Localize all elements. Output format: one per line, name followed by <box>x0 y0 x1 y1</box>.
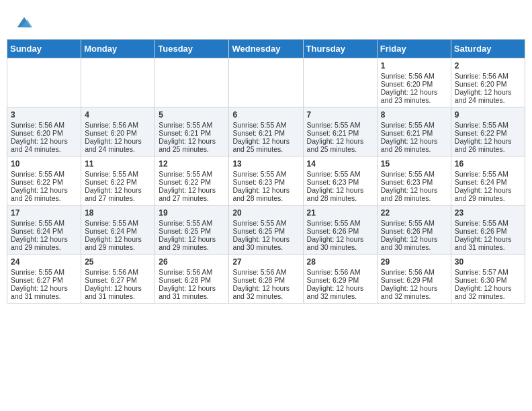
col-header-saturday: Saturday <box>451 40 525 58</box>
page-header <box>7 7 525 36</box>
day-number: 10 <box>11 159 77 169</box>
calendar-cell <box>155 58 229 107</box>
day-number: 19 <box>159 208 225 218</box>
calendar-cell: 28Sunrise: 5:56 AMSunset: 6:29 PMDayligh… <box>303 255 377 304</box>
daylight-text: Daylight: 12 hours and 30 minutes. <box>307 235 373 251</box>
day-number: 28 <box>307 257 373 267</box>
sunset-text: Sunset: 6:27 PM <box>11 276 77 284</box>
daylight-text: Daylight: 12 hours and 30 minutes. <box>381 235 447 251</box>
sunrise-text: Sunrise: 5:57 AM <box>455 268 521 276</box>
day-number: 22 <box>381 208 447 218</box>
sunrise-text: Sunrise: 5:56 AM <box>232 268 299 276</box>
sunrise-text: Sunrise: 5:55 AM <box>381 219 447 227</box>
daylight-text: Daylight: 12 hours and 28 minutes. <box>307 186 373 202</box>
sunset-text: Sunset: 6:23 PM <box>381 178 447 186</box>
calendar-cell: 9Sunrise: 5:55 AMSunset: 6:22 PMDaylight… <box>451 107 525 156</box>
sunset-text: Sunset: 6:28 PM <box>232 276 299 284</box>
daylight-text: Daylight: 12 hours and 28 minutes. <box>232 186 299 202</box>
sunrise-text: Sunrise: 5:56 AM <box>11 121 77 129</box>
sunset-text: Sunset: 6:22 PM <box>159 178 225 186</box>
sunrise-text: Sunrise: 5:55 AM <box>307 121 373 129</box>
daylight-text: Daylight: 12 hours and 32 minutes. <box>455 284 521 300</box>
calendar-cell: 1Sunrise: 5:56 AMSunset: 6:20 PMDaylight… <box>377 58 451 107</box>
sunset-text: Sunset: 6:25 PM <box>159 227 225 235</box>
sunset-text: Sunset: 6:24 PM <box>11 227 77 235</box>
logo <box>13 13 34 32</box>
calendar-header-row: SundayMondayTuesdayWednesdayThursdayFrid… <box>7 40 525 58</box>
calendar-cell: 10Sunrise: 5:55 AMSunset: 6:22 PMDayligh… <box>7 156 81 205</box>
calendar-cell <box>229 58 303 107</box>
calendar-cell: 21Sunrise: 5:55 AMSunset: 6:26 PMDayligh… <box>303 205 377 255</box>
calendar-cell: 15Sunrise: 5:55 AMSunset: 6:23 PMDayligh… <box>377 156 451 205</box>
calendar-cell: 4Sunrise: 5:56 AMSunset: 6:20 PMDaylight… <box>81 107 155 156</box>
sunrise-text: Sunrise: 5:55 AM <box>381 121 447 129</box>
daylight-text: Daylight: 12 hours and 25 minutes. <box>159 137 225 153</box>
day-number: 5 <box>159 110 225 120</box>
daylight-text: Daylight: 12 hours and 32 minutes. <box>232 284 299 300</box>
sunset-text: Sunset: 6:30 PM <box>455 276 521 284</box>
day-number: 25 <box>85 257 151 267</box>
calendar-cell: 22Sunrise: 5:55 AMSunset: 6:26 PMDayligh… <box>377 205 451 255</box>
day-number: 16 <box>455 159 521 169</box>
daylight-text: Daylight: 12 hours and 28 minutes. <box>381 186 447 202</box>
col-header-sunday: Sunday <box>7 40 81 58</box>
sunset-text: Sunset: 6:20 PM <box>85 129 151 137</box>
sunset-text: Sunset: 6:24 PM <box>455 178 521 186</box>
day-number: 3 <box>11 110 77 120</box>
calendar-cell: 26Sunrise: 5:56 AMSunset: 6:28 PMDayligh… <box>155 255 229 304</box>
col-header-wednesday: Wednesday <box>229 40 303 58</box>
daylight-text: Daylight: 12 hours and 24 minutes. <box>85 137 151 153</box>
col-header-thursday: Thursday <box>303 40 377 58</box>
daylight-text: Daylight: 12 hours and 25 minutes. <box>232 137 299 153</box>
sunset-text: Sunset: 6:22 PM <box>11 178 77 186</box>
calendar-cell: 30Sunrise: 5:57 AMSunset: 6:30 PMDayligh… <box>451 255 525 304</box>
daylight-text: Daylight: 12 hours and 23 minutes. <box>381 88 447 104</box>
sunrise-text: Sunrise: 5:56 AM <box>159 268 225 276</box>
daylight-text: Daylight: 12 hours and 29 minutes. <box>11 235 77 251</box>
daylight-text: Daylight: 12 hours and 31 minutes. <box>11 284 77 300</box>
daylight-text: Daylight: 12 hours and 25 minutes. <box>307 137 373 153</box>
sunrise-text: Sunrise: 5:55 AM <box>381 170 447 178</box>
calendar-cell: 18Sunrise: 5:55 AMSunset: 6:24 PMDayligh… <box>81 205 155 255</box>
calendar-cell <box>81 58 155 107</box>
calendar-cell: 17Sunrise: 5:55 AMSunset: 6:24 PMDayligh… <box>7 205 81 255</box>
day-number: 17 <box>11 208 77 218</box>
col-header-monday: Monday <box>81 40 155 58</box>
daylight-text: Daylight: 12 hours and 26 minutes. <box>455 137 521 153</box>
daylight-text: Daylight: 12 hours and 27 minutes. <box>85 186 151 202</box>
day-number: 14 <box>307 159 373 169</box>
daylight-text: Daylight: 12 hours and 24 minutes. <box>455 88 521 104</box>
calendar-cell: 12Sunrise: 5:55 AMSunset: 6:22 PMDayligh… <box>155 156 229 205</box>
daylight-text: Daylight: 12 hours and 31 minutes. <box>85 284 151 300</box>
sunrise-text: Sunrise: 5:55 AM <box>85 170 151 178</box>
calendar-cell: 25Sunrise: 5:56 AMSunset: 6:27 PMDayligh… <box>81 255 155 304</box>
sunrise-text: Sunrise: 5:55 AM <box>232 121 299 129</box>
sunset-text: Sunset: 6:21 PM <box>232 129 299 137</box>
calendar-cell: 5Sunrise: 5:55 AMSunset: 6:21 PMDaylight… <box>155 107 229 156</box>
calendar-cell: 20Sunrise: 5:55 AMSunset: 6:25 PMDayligh… <box>229 205 303 255</box>
sunrise-text: Sunrise: 5:55 AM <box>159 170 225 178</box>
calendar-cell: 6Sunrise: 5:55 AMSunset: 6:21 PMDaylight… <box>229 107 303 156</box>
calendar-table: SundayMondayTuesdayWednesdayThursdayFrid… <box>7 39 525 304</box>
sunset-text: Sunset: 6:22 PM <box>455 129 521 137</box>
day-number: 30 <box>455 257 521 267</box>
sunset-text: Sunset: 6:21 PM <box>307 129 373 137</box>
sunset-text: Sunset: 6:20 PM <box>11 129 77 137</box>
sunrise-text: Sunrise: 5:56 AM <box>307 268 373 276</box>
sunset-text: Sunset: 6:27 PM <box>85 276 151 284</box>
sunrise-text: Sunrise: 5:56 AM <box>381 268 447 276</box>
sunset-text: Sunset: 6:20 PM <box>381 80 447 88</box>
day-number: 15 <box>381 159 447 169</box>
sunrise-text: Sunrise: 5:55 AM <box>307 170 373 178</box>
sunrise-text: Sunrise: 5:55 AM <box>232 170 299 178</box>
sunset-text: Sunset: 6:26 PM <box>381 227 447 235</box>
daylight-text: Daylight: 12 hours and 29 minutes. <box>455 186 521 202</box>
col-header-friday: Friday <box>377 40 451 58</box>
daylight-text: Daylight: 12 hours and 29 minutes. <box>85 235 151 251</box>
sunset-text: Sunset: 6:26 PM <box>307 227 373 235</box>
sunset-text: Sunset: 6:23 PM <box>307 178 373 186</box>
day-number: 12 <box>159 159 225 169</box>
calendar-week-row: 17Sunrise: 5:55 AMSunset: 6:24 PMDayligh… <box>7 205 525 255</box>
calendar-week-row: 3Sunrise: 5:56 AMSunset: 6:20 PMDaylight… <box>7 107 525 156</box>
daylight-text: Daylight: 12 hours and 26 minutes. <box>11 186 77 202</box>
